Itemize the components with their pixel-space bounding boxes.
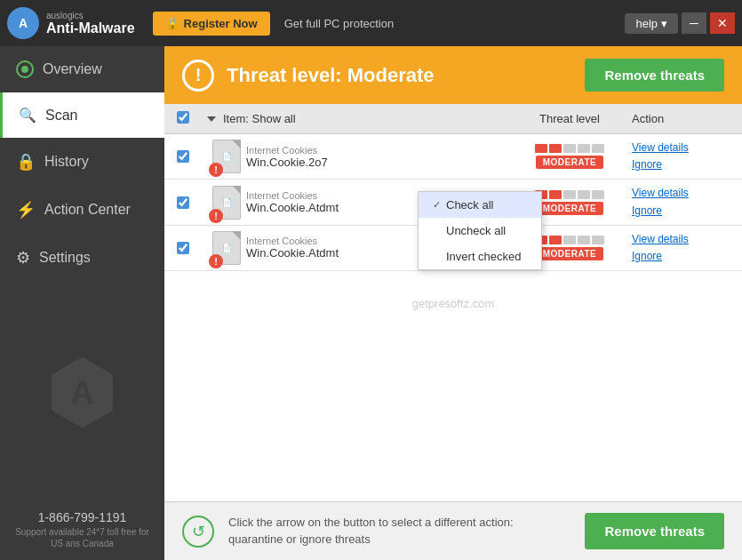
header-threat-level: Threat level	[507, 112, 632, 125]
close-button[interactable]: ✕	[710, 12, 735, 34]
row-actions-1: View details Ignore	[632, 140, 730, 173]
ignore-link-1[interactable]: Ignore	[632, 156, 730, 173]
remove-threats-button-bottom[interactable]: Remove threats	[585, 513, 724, 549]
view-details-link-2[interactable]: View details	[632, 185, 730, 202]
sidebar-logo: A	[0, 282, 164, 503]
sidebar-item-scan[interactable]: 🔍 Scan	[0, 92, 164, 138]
file-icon-1: 📄 !	[207, 140, 246, 173]
phone-number: 1-866-799-1191	[0, 503, 164, 526]
header-item: Item: Show all	[207, 112, 507, 125]
row-checkbox-3	[177, 242, 207, 254]
app-name-block: auslogics Anti-Malware	[46, 11, 135, 36]
lock-icon: 🔒	[16, 152, 36, 172]
sidebar-item-action-center[interactable]: ⚡ Action Center	[0, 186, 164, 234]
ctx-invert-checked[interactable]: ✓ Invert checked	[419, 244, 541, 269]
window-controls: help ▾ ─ ✕	[625, 12, 735, 34]
header-action: Action	[632, 112, 730, 125]
app-sub-name: auslogics	[46, 11, 135, 20]
sidebar-item-history[interactable]: 🔒 History	[0, 138, 164, 186]
protection-text: Get full PC protection	[284, 17, 395, 30]
support-text: Support available 24*7 toll free for US …	[0, 526, 164, 560]
file-icon-3: 📄 !	[207, 231, 246, 265]
sidebar-item-settings[interactable]: ⚙ Settings	[0, 234, 164, 282]
ctx-check-all[interactable]: ✓ Check all	[419, 192, 541, 218]
row-checkbox-2	[177, 196, 207, 209]
content-area: ! Threat level: Moderate Remove threats …	[164, 46, 742, 560]
app-logo: A	[7, 7, 39, 39]
gear-icon: ⚙	[16, 248, 30, 268]
overview-icon	[16, 60, 34, 78]
row-actions-3: View details Ignore	[632, 231, 730, 265]
title-bar: A auslogics Anti-Malware 🔒 Register Now …	[0, 0, 742, 46]
threat-icon: !	[182, 60, 214, 92]
info-icon: ↺	[182, 516, 214, 548]
row-checkbox-1	[177, 150, 207, 163]
threat-title: Threat level: Moderate	[227, 64, 435, 87]
view-details-link-1[interactable]: View details	[632, 140, 730, 156]
threats-table: Item: Show all Threat level Action 📄 ! I	[164, 104, 742, 501]
ignore-link-2[interactable]: Ignore	[632, 203, 730, 220]
header-check	[177, 111, 207, 126]
bottom-bar: ↺ Click the arrow on the button to selec…	[164, 501, 742, 560]
table-header: Item: Show all Threat level Action	[164, 104, 742, 134]
remove-threats-button-top[interactable]: Remove threats	[585, 59, 724, 92]
sidebar-item-overview[interactable]: Overview	[0, 46, 164, 92]
app-title: Anti-Malware	[46, 20, 135, 36]
minimize-button[interactable]: ─	[682, 12, 706, 34]
chevron-down-icon	[207, 116, 216, 122]
row-actions-2: View details Ignore	[632, 185, 730, 219]
file-icon-2: 📄 !	[207, 186, 246, 220]
sidebar: Overview 🔍 Scan 🔒 History ⚡ Action Cente…	[0, 46, 164, 560]
checkmark-icon: ✓	[433, 199, 441, 211]
ctx-uncheck-all[interactable]: ✓ Uncheck all	[419, 218, 541, 244]
context-menu: ✓ Check all ✓ Uncheck all ✓ Invert check…	[418, 191, 542, 270]
row-info-1: Internet Cookies Win.Cookie.2o7	[246, 145, 507, 169]
select-all-checkbox[interactable]	[177, 111, 189, 124]
watermark: getpresoftz.com	[412, 296, 495, 309]
bolt-icon: ⚡	[16, 200, 36, 220]
table-row: 📄 ! Internet Cookies Win.Cookie.2o7	[164, 134, 742, 180]
row-threat-1: MODERATE	[507, 144, 632, 169]
lock-icon: 🔒	[165, 17, 180, 30]
search-icon: 🔍	[19, 107, 36, 124]
register-button[interactable]: 🔒 Register Now	[153, 12, 270, 36]
view-details-link-3[interactable]: View details	[632, 231, 730, 248]
main-layout: Overview 🔍 Scan 🔒 History ⚡ Action Cente…	[0, 46, 742, 560]
bottom-text: Click the arrow on the button to select …	[228, 515, 570, 547]
chevron-down-icon: ▾	[661, 17, 667, 30]
ignore-link-3[interactable]: Ignore	[632, 248, 730, 265]
help-button[interactable]: help ▾	[625, 13, 678, 34]
threat-banner: ! Threat level: Moderate Remove threats	[164, 46, 742, 104]
